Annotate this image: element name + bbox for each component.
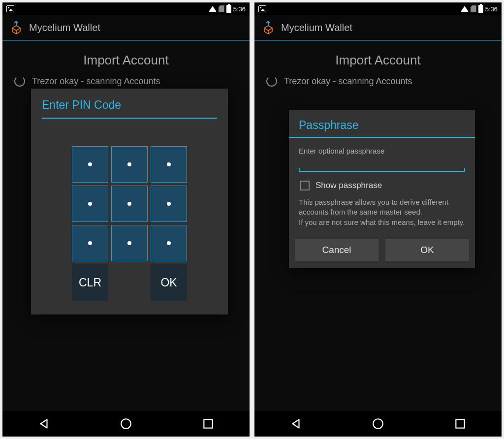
passphrase-description: This passphrase allows you to derive dif… [289, 194, 475, 239]
battery-icon [226, 5, 231, 13]
svg-rect-21 [456, 419, 465, 428]
passphrase-dialog: Passphrase Enter optional passphrase Sho… [289, 110, 475, 268]
status-bar: 5:36 [2, 2, 250, 15]
pin-key-4[interactable] [72, 186, 108, 222]
scan-status-text: Trezor okay - scanning Accounts [32, 76, 160, 87]
pin-clear-button[interactable]: CLR [72, 264, 108, 301]
scan-status-row: Trezor okay - scanning Accounts [2, 74, 250, 89]
app-header: Mycelium Wallet [254, 15, 502, 41]
svg-marker-14 [264, 26, 272, 31]
show-passphrase-checkbox[interactable] [300, 181, 310, 190]
page-heading: Import Account [254, 41, 502, 74]
nav-bar [2, 411, 250, 437]
pin-key-7[interactable] [72, 146, 108, 183]
pin-empty-slot [111, 264, 148, 301]
app-logo-icon [260, 20, 276, 35]
ok-button[interactable]: OK [385, 239, 469, 261]
clock: 5:36 [485, 5, 498, 13]
scan-status-row: Trezor okay - scanning Accounts [254, 74, 502, 89]
nav-back-icon[interactable] [289, 417, 302, 430]
svg-line-7 [12, 31, 16, 34]
nav-bar [254, 411, 502, 437]
pin-key-3[interactable] [151, 225, 187, 261]
image-notification-icon [258, 5, 266, 12]
passphrase-input[interactable] [299, 157, 465, 172]
passphrase-label: Enter optional passphrase [289, 138, 475, 157]
spinner-icon [14, 76, 25, 87]
pin-dialog-title: Enter PIN Code [42, 98, 217, 119]
pin-key-6[interactable] [151, 186, 187, 222]
scan-status-text: Trezor okay - scanning Accounts [284, 76, 412, 87]
nav-recent-icon[interactable] [202, 417, 215, 430]
app-title: Mycelium Wallet [281, 22, 352, 33]
pin-ok-button[interactable]: OK [151, 264, 187, 301]
spinner-icon [266, 76, 277, 87]
svg-marker-3 [12, 26, 20, 31]
page-body: Import Account Trezor okay - scanning Ac… [2, 41, 250, 411]
battery-icon [478, 5, 483, 13]
app-header: Mycelium Wallet [2, 15, 250, 41]
svg-point-20 [373, 419, 383, 429]
app-title: Mycelium Wallet [29, 22, 100, 33]
pin-key-2[interactable] [111, 225, 148, 261]
pin-key-1[interactable] [72, 225, 108, 261]
pin-key-8[interactable] [111, 146, 148, 183]
svg-rect-10 [204, 419, 213, 428]
cancel-button[interactable]: Cancel [295, 239, 378, 261]
wifi-icon [209, 6, 217, 12]
pin-key-9[interactable] [151, 146, 187, 183]
page-heading: Import Account [2, 41, 250, 74]
no-sim-icon [219, 5, 224, 12]
pin-dialog: Enter PIN Code CLR OK [31, 89, 228, 314]
show-passphrase-label: Show passphrase [315, 181, 382, 190]
pin-key-5[interactable] [111, 186, 148, 222]
image-notification-icon [6, 5, 14, 12]
passphrase-dialog-title: Passphrase [289, 119, 475, 138]
status-bar: 5:36 [254, 2, 502, 15]
svg-line-18 [264, 31, 268, 34]
no-sim-icon [471, 5, 476, 12]
clock: 5:36 [233, 5, 246, 13]
nav-home-icon[interactable] [120, 417, 132, 430]
nav-home-icon[interactable] [372, 417, 384, 430]
svg-line-19 [268, 31, 272, 34]
nav-back-icon[interactable] [37, 417, 50, 430]
wifi-icon [461, 6, 469, 12]
phone-screen-passphrase: 5:36 Mycelium Wallet Import Account Trez… [254, 2, 502, 437]
phone-screen-pin: 5:36 Mycelium Wallet Import Account Trez… [2, 2, 250, 437]
nav-recent-icon[interactable] [454, 417, 467, 430]
svg-point-9 [121, 419, 131, 429]
page-body: Import Account Trezor okay - scanning Ac… [254, 41, 502, 411]
svg-line-8 [16, 31, 20, 34]
app-logo-icon [8, 20, 24, 35]
